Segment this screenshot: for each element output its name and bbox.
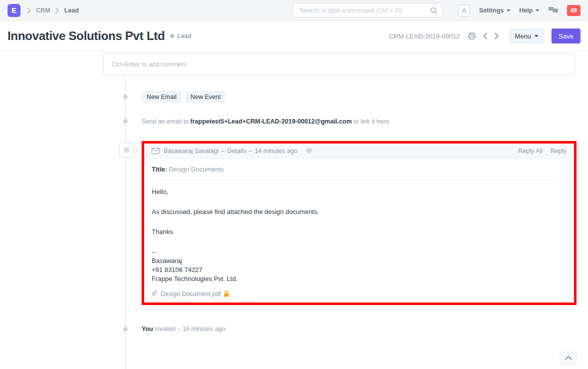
app-logo[interactable]: E bbox=[8, 4, 21, 17]
chevron-up-icon bbox=[565, 356, 572, 360]
created-author: You bbox=[142, 326, 153, 332]
status-indicator-dot bbox=[170, 34, 174, 38]
search-icon[interactable] bbox=[430, 7, 437, 14]
timeline-dot bbox=[123, 119, 128, 124]
email-title-row: Title: Design Documents bbox=[152, 166, 566, 173]
prev-doc-button[interactable] bbox=[482, 32, 488, 40]
email-sender-name: Basawaraj Savalagi bbox=[164, 148, 219, 154]
menu-button-label: Menu bbox=[515, 32, 531, 40]
help-menu[interactable]: Help bbox=[519, 7, 539, 14]
breadcrumb-item-crm[interactable]: CRM bbox=[36, 7, 50, 14]
notifications-badge[interactable]: 49 bbox=[567, 5, 580, 16]
attachment-row: Design Document.pdf bbox=[152, 290, 566, 298]
comment-box bbox=[103, 53, 575, 76]
email-meta-separator: – bbox=[249, 148, 252, 154]
reply-button[interactable]: Reply bbox=[550, 148, 566, 154]
scroll-to-top-button[interactable] bbox=[559, 349, 577, 366]
email-paragraph: As discussed, please find attached the d… bbox=[152, 208, 566, 216]
search-input[interactable] bbox=[298, 6, 430, 14]
page-head-actions: CRM-LEAD-2019-00012 Menu Save bbox=[389, 28, 580, 44]
email-timestamp: 14 minutes ago bbox=[255, 148, 297, 154]
attachment-link[interactable]: Design Document.pdf bbox=[161, 290, 221, 298]
email-signature-line: -- bbox=[152, 248, 566, 256]
like-heart-icon[interactable] bbox=[305, 148, 313, 154]
chevron-right-icon bbox=[27, 8, 31, 14]
caret-down-icon bbox=[535, 10, 539, 12]
menu-button[interactable]: Menu bbox=[509, 28, 545, 44]
page-head: Innovative Solutions Pvt Ltd Lead CRM-LE… bbox=[0, 21, 588, 52]
status-label: Lead bbox=[177, 32, 191, 40]
comment-input[interactable] bbox=[111, 60, 568, 68]
settings-menu[interactable]: Settings bbox=[479, 7, 510, 14]
email-signature: -- Basawaraj +91 83106 74227 Frappe Tech… bbox=[152, 248, 566, 284]
email-body: Title: Design Documents Hello, As discus… bbox=[144, 159, 574, 304]
email-card: Basawaraj Savalagi – Details – 14 minute… bbox=[144, 144, 574, 302]
email-card-header: Basawaraj Savalagi – Details – 14 minute… bbox=[144, 144, 574, 159]
timeline-dot bbox=[123, 327, 128, 332]
caret-down-icon bbox=[534, 35, 538, 37]
breadcrumb-item-lead[interactable]: Lead bbox=[64, 7, 79, 14]
email-title-label: Title: bbox=[152, 166, 167, 173]
email-title-value: Design Documents bbox=[169, 166, 224, 173]
reply-all-button[interactable]: Reply All bbox=[518, 148, 542, 154]
email-signature-line: Basawaraj bbox=[152, 256, 566, 266]
email-link-address: frappetest5+Lead+CRM-LEAD-2019-00012@gma… bbox=[190, 118, 352, 125]
caret-down-icon bbox=[506, 10, 510, 12]
paperclip-icon bbox=[152, 290, 158, 298]
help-label: Help bbox=[519, 7, 533, 14]
status-indicator: Lead bbox=[170, 32, 191, 40]
chevron-left-pointer-icon bbox=[136, 146, 139, 152]
email-sender-avatar: B bbox=[119, 142, 134, 158]
email-divider bbox=[152, 180, 566, 180]
new-email-button[interactable]: New Email bbox=[142, 91, 182, 103]
email-reply-actions: Reply All Reply bbox=[518, 148, 566, 154]
app-logo-letter: E bbox=[12, 6, 17, 14]
page-title: Innovative Solutions Pvt Ltd bbox=[8, 29, 165, 43]
email-signature-line: +91 83106 74227 bbox=[152, 266, 566, 274]
email-signature-line: Frappe Technologies Pvt. Ltd. bbox=[152, 274, 566, 284]
envelope-icon bbox=[152, 148, 160, 154]
user-avatar-letter: A bbox=[462, 7, 466, 14]
email-details-link[interactable]: Details bbox=[227, 148, 246, 154]
email-link-hint: Send an email to frappetest5+Lead+CRM-LE… bbox=[142, 118, 391, 125]
email-meta-separator: – bbox=[221, 148, 225, 154]
timeline-section: New Email New Event Send an email to fra… bbox=[0, 52, 588, 369]
save-button[interactable]: Save bbox=[551, 28, 580, 44]
print-button[interactable] bbox=[467, 32, 477, 41]
highlight-box: Basawaraj Savalagi – Details – 14 minute… bbox=[142, 141, 576, 305]
email-link-hint-prefix: Send an email to bbox=[142, 118, 189, 125]
lock-icon[interactable] bbox=[224, 290, 229, 297]
email-paragraph: Thanks bbox=[152, 228, 566, 236]
navbar-right: A Settings Help 49 bbox=[458, 4, 580, 16]
chevron-right-icon bbox=[55, 8, 59, 14]
doc-id: CRM-LEAD-2019-00012 bbox=[389, 32, 460, 40]
timeline-dot bbox=[123, 94, 128, 99]
email-sender-avatar-letter: B bbox=[124, 146, 129, 154]
chat-icon[interactable] bbox=[548, 7, 558, 14]
settings-label: Settings bbox=[479, 7, 503, 14]
timeline-actions: New Email New Event bbox=[142, 91, 226, 103]
next-doc-button[interactable] bbox=[493, 32, 500, 40]
email-paragraph: Hello, bbox=[152, 188, 566, 196]
global-search bbox=[293, 3, 443, 18]
user-avatar[interactable]: A bbox=[458, 4, 470, 16]
navbar: E CRM Lead A Settings Help 49 bbox=[0, 0, 588, 21]
email-meta: Basawaraj Savalagi – Details – 14 minute… bbox=[164, 148, 297, 154]
created-text: created – 16 minutes ago bbox=[155, 326, 225, 332]
new-event-button[interactable]: New Event bbox=[186, 91, 226, 103]
created-entry: You created – 16 minutes ago bbox=[142, 326, 225, 332]
email-link-hint-suffix: to link it here. bbox=[354, 118, 391, 125]
breadcrumb: CRM Lead bbox=[27, 7, 79, 14]
